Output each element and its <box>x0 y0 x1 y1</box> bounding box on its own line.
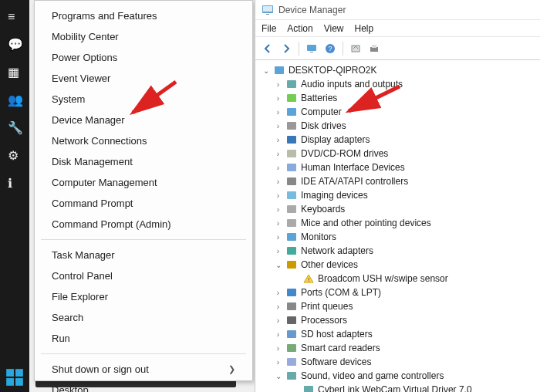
toolbar-separator <box>343 42 343 56</box>
menu-item-label: Task Manager <box>52 249 115 261</box>
menu-item-system[interactable]: System <box>35 89 252 110</box>
monitor-icon[interactable] <box>304 41 319 56</box>
menu-item-run[interactable]: Run <box>35 328 252 349</box>
people-icon[interactable]: 👥 <box>8 94 22 108</box>
wrench-icon[interactable]: 🔧 <box>8 122 22 136</box>
menu-view[interactable]: View <box>324 23 344 34</box>
expand-icon[interactable]: › <box>274 302 282 311</box>
gear-icon[interactable]: ⚙ <box>8 150 22 164</box>
menu-item-device-manager[interactable]: Device Manager <box>35 110 252 130</box>
svg-rect-23 <box>287 191 296 199</box>
menu-item-control-panel[interactable]: Control Panel <box>35 265 252 286</box>
svg-rect-18 <box>287 122 296 130</box>
tree-device-broadcom-ush-w-swipe-sensor[interactable]: !Broadcom USH w/swipe sensor <box>260 272 535 286</box>
tree-category-network-adapters[interactable]: ›Network adapters <box>260 244 535 258</box>
menu-item-task-manager[interactable]: Task Manager <box>35 245 252 265</box>
menu-item-network-connections[interactable]: Network Connections <box>35 130 252 151</box>
expand-icon[interactable]: › <box>274 122 282 130</box>
menu-item-event-viewer[interactable]: Event Viewer <box>35 68 252 89</box>
scan-icon[interactable] <box>348 41 363 56</box>
menu-item-disk-management[interactable]: Disk Management <box>35 151 252 172</box>
back-icon[interactable] <box>260 41 275 56</box>
expand-icon[interactable]: › <box>274 247 282 255</box>
chat-icon[interactable]: 💬 <box>8 39 22 52</box>
tree-category-sound-video-and-game-controllers[interactable]: ⌄Sound, video and game controllers <box>260 369 535 383</box>
expand-icon[interactable]: › <box>274 80 282 89</box>
tree-category-audio-inputs-and-outputs[interactable]: ›Audio inputs and outputs <box>260 77 535 91</box>
expand-icon[interactable]: › <box>274 233 282 242</box>
menu-item-label: Shut down or sign out <box>52 363 149 375</box>
menu-item-search[interactable]: Search <box>35 307 252 328</box>
menu-item-power-options[interactable]: Power Options <box>35 47 252 68</box>
tree-category-disk-drives[interactable]: ›Disk drives <box>260 119 535 133</box>
tree-category-ports-com-lpt[interactable]: ›Ports (COM & LPT) <box>260 286 535 299</box>
tree-device-cyberlink-webcam-virtual-driver-7-0[interactable]: CyberLink WebCam Virtual Driver 7.0 <box>260 383 535 392</box>
tree-category-computer[interactable]: ›Computer <box>260 105 535 119</box>
tree-category-keyboards[interactable]: ›Keyboards <box>260 202 535 216</box>
tree-category-sd-host-adapters[interactable]: ›SD host adapters <box>260 327 535 341</box>
menu-item-computer-management[interactable]: Computer Management <box>35 172 252 193</box>
tree-category-dvd-cd-rom-drives[interactable]: ›DVD/CD-ROM drives <box>260 147 535 161</box>
expand-icon[interactable]: › <box>274 316 282 325</box>
tree-category-human-interface-devices[interactable]: ›Human Interface Devices <box>260 161 535 174</box>
tree-category-other-devices[interactable]: ⌄Other devices <box>260 258 535 272</box>
tree-node-label: Smart card readers <box>301 343 380 353</box>
expand-icon[interactable]: › <box>274 191 282 200</box>
svg-rect-37 <box>304 386 313 392</box>
tree-root-desktop-qipro2k[interactable]: ⌄DESKTOP-QIPRO2K <box>260 63 535 77</box>
tree-node-label: DVD/CD-ROM drives <box>301 148 388 159</box>
menu-file[interactable]: File <box>262 23 276 34</box>
tree-category-processors[interactable]: ›Processors <box>260 313 535 327</box>
tree-category-software-devices[interactable]: ›Software devices <box>260 355 535 369</box>
menu-item-file-explorer[interactable]: File Explorer <box>35 286 252 307</box>
menu-item-mobility-center[interactable]: Mobility Center <box>35 26 252 47</box>
menu-icon[interactable]: ≡ <box>8 11 22 25</box>
menu-item-label: Network Connections <box>52 135 147 147</box>
expand-icon[interactable]: › <box>274 136 282 144</box>
menu-item-command-prompt[interactable]: Command Prompt <box>35 193 252 214</box>
computer-icon <box>285 106 298 117</box>
menu-item-desktop[interactable]: Desktop <box>35 380 252 392</box>
expand-icon[interactable]: › <box>274 205 282 214</box>
expand-icon[interactable]: › <box>274 177 282 186</box>
svg-rect-35 <box>287 358 296 366</box>
tree-node-label: Broadcom USH w/swipe sensor <box>318 273 448 284</box>
expand-icon[interactable]: › <box>274 164 282 172</box>
svg-rect-34 <box>287 344 296 352</box>
menu-help[interactable]: Help <box>355 23 374 34</box>
menu-item-label: Device Manager <box>52 114 125 126</box>
printer-icon[interactable] <box>366 41 382 56</box>
info-icon[interactable]: ℹ <box>8 177 22 191</box>
tree-node-label: Imaging devices <box>301 190 368 201</box>
start-button-icon[interactable] <box>5 367 25 387</box>
expand-icon[interactable]: › <box>274 150 282 158</box>
tree-category-monitors[interactable]: ›Monitors <box>260 230 535 244</box>
tree-category-batteries[interactable]: ›Batteries <box>260 91 535 105</box>
tree-category-ide-ata-atapi-controllers[interactable]: ›IDE ATA/ATAPI controllers <box>260 174 535 188</box>
menu-item-command-prompt-admin[interactable]: Command Prompt (Admin) <box>35 214 252 235</box>
grid-icon[interactable]: ▦ <box>8 66 22 80</box>
help-icon[interactable]: ? <box>322 41 338 56</box>
menu-item-shut-down-or-sign-out[interactable]: Shut down or sign out❯ <box>35 359 252 380</box>
tree-category-print-queues[interactable]: ›Print queues <box>260 299 535 313</box>
tree-category-smart-card-readers[interactable]: ›Smart card readers <box>260 341 535 355</box>
expand-icon[interactable]: › <box>274 108 282 117</box>
tree-category-display-adapters[interactable]: ›Display adapters <box>260 133 535 147</box>
expand-icon[interactable]: › <box>274 358 282 367</box>
tree-category-mice-and-other-pointing-devices[interactable]: ›Mice and other pointing devices <box>260 216 535 230</box>
collapse-icon[interactable]: ⌄ <box>262 66 270 75</box>
menu-item-programs-and-features[interactable]: Programs and Features <box>35 5 252 26</box>
forward-icon[interactable] <box>278 41 294 56</box>
svg-rect-5 <box>263 6 272 12</box>
expand-icon[interactable]: › <box>274 330 282 339</box>
tree-category-imaging-devices[interactable]: ›Imaging devices <box>260 188 535 202</box>
expand-icon[interactable]: › <box>274 94 282 103</box>
expand-icon[interactable]: › <box>274 344 282 353</box>
expand-icon[interactable]: › <box>274 219 282 228</box>
collapse-icon[interactable]: ⌄ <box>274 372 282 380</box>
svg-rect-36 <box>287 372 296 380</box>
winx-context-menu: Programs and FeaturesMobility CenterPowe… <box>34 0 253 381</box>
expand-icon[interactable]: › <box>274 289 282 297</box>
collapse-icon[interactable]: ⌄ <box>274 261 282 269</box>
menu-action[interactable]: Action <box>287 23 312 34</box>
